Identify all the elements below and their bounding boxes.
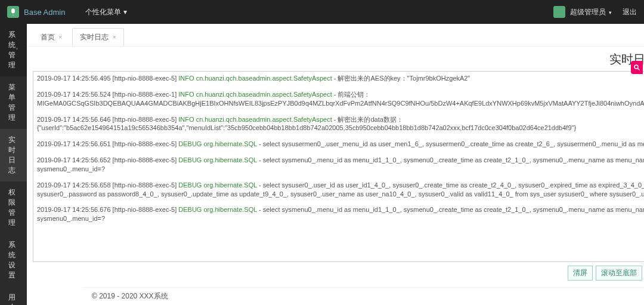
log-entry: 2019-09-17 14:25:56.676 [http-nio-8888-e… — [37, 205, 644, 223]
tab-realtime-log[interactable]: 实时日志 × — [72, 28, 123, 46]
nav-menu-label: 个性化菜单 — [85, 8, 121, 16]
close-icon[interactable]: × — [58, 33, 62, 41]
log-viewer[interactable]: 2019-09-17 14:25:56.495 [http-nio-8888-e… — [33, 71, 644, 262]
sidebar-item-label: 用户管理 — [8, 292, 18, 305]
sidebar-item-user-mgmt[interactable]: 用户管理 — [0, 286, 27, 305]
log-horizontal-scrollbar[interactable] — [37, 230, 644, 238]
search-icon[interactable] — [631, 61, 643, 74]
close-icon[interactable]: × — [112, 33, 116, 41]
log-entry: 2019-09-17 14:25:56.658 [http-nio-8888-e… — [37, 181, 644, 199]
chevron-down-icon: ▾ — [609, 10, 612, 16]
page-title: 实时日志 — [27, 47, 644, 71]
sidebar-item-system-settings[interactable]: 系统设置 — [0, 234, 27, 286]
sidebar-item-realtime-log[interactable]: 实时日志 — [0, 129, 27, 181]
footer: © 2019 - 2020 XXX系统 — [83, 287, 644, 305]
log-entry: 2019-09-17 14:25:56.524 [http-nio-8888-e… — [37, 90, 644, 108]
user-dropdown[interactable]: 超级管理员 ▾ — [570, 7, 612, 17]
avatar-icon[interactable] — [553, 6, 565, 18]
logout-link[interactable]: 退出 — [623, 7, 637, 17]
log-entry: 2019-09-17 14:25:56.646 [http-nio-8888-e… — [37, 115, 644, 133]
sidebar-item-label: 权限管理 — [8, 187, 18, 228]
log-button-row: 清屏 滚动至底部 开启自动滚动 — [27, 262, 644, 284]
log-logger: org.hibernate.SQL — [203, 181, 256, 189]
user-area: 超级管理员 ▾ 退出 — [553, 6, 637, 18]
log-level: DEBUG — [178, 156, 202, 164]
sidebar: 系统管理 ˄ 菜单管理 实时日志 权限管理 系统设置 用户管理 — [0, 24, 27, 305]
sidebar-item-label: 实时日志 — [8, 135, 18, 175]
chevron-down-icon: ▾ — [123, 8, 127, 16]
log-level: INFO — [178, 91, 194, 98]
brand-title[interactable]: Base Admin — [24, 8, 65, 17]
log-level: DEBUG — [178, 206, 202, 213]
top-navbar: Base Admin 个性化菜单 ▾ 超级管理员 ▾ 退出 — [0, 0, 644, 24]
log-logger: cn.huanzi.qch.baseadmin.aspect.SafetyAsp… — [196, 116, 332, 123]
sidebar-group-label: 系统管理 — [8, 30, 16, 70]
svg-point-0 — [634, 65, 638, 69]
log-level: INFO — [178, 116, 194, 123]
clear-button[interactable]: 清屏 — [568, 266, 593, 281]
sidebar-item-label: 系统设置 — [8, 240, 18, 281]
sidebar-group-system[interactable]: 系统管理 ˄ — [0, 24, 27, 76]
main-area: 首页 × 实时日志 × 实时日志 2019-09-17 14:25:56.495… — [27, 24, 644, 305]
scroll-bottom-button[interactable]: 滚动至底部 — [596, 266, 642, 281]
sidebar-item-menu-mgmt[interactable]: 菜单管理 — [0, 76, 27, 129]
nav-menu-personalize[interactable]: 个性化菜单 ▾ — [79, 7, 132, 17]
log-entry: 2019-09-17 14:25:56.495 [http-nio-8888-e… — [37, 74, 644, 83]
user-label: 超级管理员 — [570, 8, 606, 16]
tab-label: 实时日志 — [80, 32, 109, 42]
chevron-up-icon: ˄ — [16, 47, 18, 54]
log-logger: org.hibernate.SQL — [203, 156, 256, 164]
tab-label: 首页 — [41, 32, 55, 42]
log-logger: org.hibernate.SQL — [203, 206, 256, 213]
log-level: DEBUG — [178, 181, 202, 189]
log-logger: org.hibernate.SQL — [203, 140, 256, 147]
sidebar-item-label: 菜单管理 — [8, 82, 18, 123]
copyright-text: © 2019 - 2020 XXX系统 — [92, 291, 168, 301]
tabs-bar: 首页 × 实时日志 × — [27, 27, 644, 47]
svg-line-1 — [638, 69, 640, 70]
log-logger: cn.huanzi.qch.baseadmin.aspect.SafetyAsp… — [196, 75, 332, 82]
log-entry: 2019-09-17 14:25:56.652 [http-nio-8888-e… — [37, 156, 644, 174]
log-level: INFO — [178, 75, 194, 82]
log-entry: 2019-09-17 14:25:56.651 [http-nio-8888-e… — [37, 140, 644, 149]
sidebar-item-permission[interactable]: 权限管理 — [0, 181, 27, 234]
log-level: DEBUG — [178, 140, 202, 147]
log-logger: cn.huanzi.qch.baseadmin.aspect.SafetyAsp… — [196, 91, 332, 98]
brand-logo-icon — [7, 6, 19, 18]
tab-home[interactable]: 首页 × — [33, 28, 70, 46]
